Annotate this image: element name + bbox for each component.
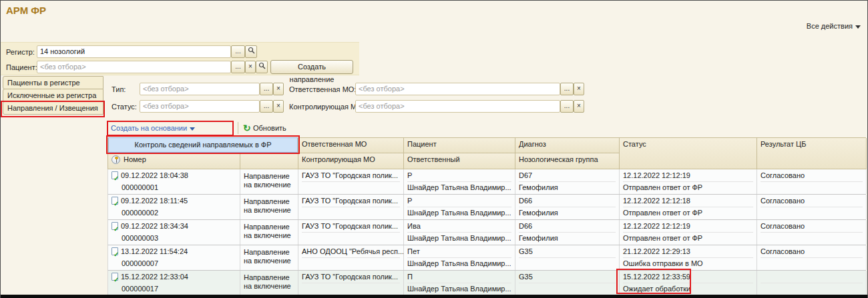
row-number: 000000007 [112, 258, 236, 270]
row-responsible-person: Шнайдер Татьяна Владимир... [407, 182, 511, 194]
refresh-button[interactable]: Обновить [253, 121, 286, 135]
row-nosology-group: Гемофилия [519, 182, 616, 194]
row-cb-result: Согласовано [761, 195, 863, 207]
header-diagnosis[interactable]: Диагноз [515, 138, 620, 153]
register-search-button[interactable] [245, 45, 257, 58]
document-approved-icon [112, 273, 118, 281]
row-patient: Пет [407, 245, 511, 258]
patient-search-button[interactable] [256, 61, 268, 73]
ellipsis-icon: ... [564, 102, 570, 109]
row-responsible-mo: АНО ОДООЦ "Ребячья респ... [302, 245, 400, 258]
row-date: 09.12.2022 18:11:45 [121, 197, 188, 205]
row-kind: Направление на включение [244, 220, 294, 240]
header-patient[interactable]: Пациент [404, 138, 515, 153]
all-actions-label: Все действия [807, 22, 853, 30]
header-nosology-group[interactable]: Нозологическая группа [515, 153, 620, 169]
clear-icon: × [248, 63, 252, 70]
row-responsible-mo: ГАУЗ ТО "Городская полик... [302, 220, 400, 233]
document-approved-icon [112, 222, 118, 230]
row-nosology-group: Гемофилия [519, 207, 616, 219]
row-responsible-mo: ГАУЗ ТО "Городская полик... [302, 169, 400, 182]
table-row[interactable]: 09.12.2022 18:04:38000000001 Направление… [107, 169, 866, 195]
controlling-mo-filter-input[interactable]: <без отбора> [355, 100, 560, 113]
create-based-on-label: Создать на основании [111, 124, 187, 132]
table-row[interactable]: 13.12.2022 11:54:24000000007 Направление… [107, 245, 866, 271]
row-status-text: Ошибка отправки в МО [623, 258, 753, 270]
row-cb-result: Согласовано [761, 245, 863, 258]
table-row[interactable]: 09.12.2022 18:11:45000000002 Направление… [107, 195, 866, 220]
row-patient: Ива [407, 220, 511, 233]
responsible-mo-ellipsis-button[interactable]: ... [560, 83, 574, 95]
tab-patients-in-register[interactable]: Пациенты в регистре [3, 76, 103, 89]
row-status-date: 12.12.2022 12:12:19 [623, 169, 753, 182]
header-responsible-person[interactable]: Ответственный [404, 153, 515, 169]
tab-excluded-from-register[interactable]: Исключенные из регистра [3, 89, 103, 102]
register-value: 14 нозологий [40, 47, 85, 55]
clear-icon: × [577, 85, 581, 92]
row-diagnosis: D66 [519, 195, 616, 207]
header-status[interactable]: Статус [620, 138, 757, 169]
row-status-date: 21.12.2022 12:29:13 [623, 245, 753, 258]
ellipsis-icon: ... [564, 85, 570, 92]
header-number[interactable]: Номер [108, 153, 240, 169]
status-clear-button[interactable]: × [273, 100, 284, 113]
arm-fr-window: АРМ ФР Все действия Регистр: 14 нозологи… [0, 0, 868, 298]
bottom-border [1, 295, 868, 298]
table-row[interactable]: 09.12.2022 18:34:34000000003 Направление… [107, 220, 866, 245]
type-filter-label: Тип: [112, 83, 126, 95]
register-input[interactable]: 14 нозологий [37, 45, 231, 58]
status-ellipsis-button[interactable]: ... [260, 100, 273, 113]
ellipsis-icon: ... [264, 85, 269, 92]
create-referral-button[interactable]: Создать направление [270, 60, 353, 74]
type-filter-input[interactable]: <без отбора> [140, 83, 260, 95]
header-controlling-mo[interactable]: Контролирующая МО [298, 153, 404, 169]
patient-clear-button[interactable]: × [245, 61, 256, 73]
header-number-label: Номер [124, 155, 146, 163]
row-responsible-person: Шнайдер Татьяна Владимир... [407, 207, 511, 219]
row-diagnosis: G35 [519, 271, 616, 283]
type-ellipsis-button[interactable]: ... [260, 83, 273, 95]
patient-input[interactable]: <без отбора> [37, 61, 231, 73]
header-cb-result[interactable]: Результат ЦБ [757, 138, 867, 169]
document-approved-icon [112, 171, 118, 179]
register-ellipsis-button[interactable]: ... [231, 45, 245, 58]
all-actions-button[interactable]: Все действия [807, 22, 861, 30]
clear-icon: × [276, 102, 280, 109]
row-cb-result: Согласовано [761, 169, 863, 182]
row-number: 000000002 [112, 207, 236, 219]
tab-referrals-notifications[interactable]: Направления / Извещения [3, 101, 103, 115]
responsible-mo-filter-input[interactable]: <без отбора> [355, 83, 560, 95]
row-number: 000000017 [112, 283, 236, 295]
responsible-mo-clear-button[interactable]: × [574, 83, 584, 95]
patient-ellipsis-button[interactable]: ... [231, 61, 245, 73]
row-kind: Направление на включение [244, 195, 294, 215]
row-nosology-group: Гемофилия [519, 233, 616, 245]
chevron-down-icon [855, 25, 861, 29]
controlling-mo-clear-button[interactable]: × [574, 100, 584, 113]
menu-item-control-of-data-sent-to-fr[interactable]: Контроль сведений направляемых в ФР [108, 137, 298, 153]
status-filter-label: Статус: [112, 101, 137, 113]
status-filter-input[interactable]: <без отбора> [140, 100, 260, 113]
ellipsis-icon: ... [235, 63, 240, 70]
patient-label: Пациент: [6, 61, 37, 73]
controlling-mo-ellipsis-button[interactable]: ... [560, 100, 574, 113]
row-responsible-person: Шнайдер Татьяна Владимир... [407, 233, 511, 245]
ellipsis-icon: ... [264, 102, 269, 109]
row-kind: Направление на включение [244, 169, 294, 189]
header-responsible-mo[interactable]: Ответственная МО [298, 138, 404, 153]
placeholder-text: <без отбора> [143, 102, 189, 110]
placeholder-text: <без отбора> [143, 85, 189, 93]
row-date: 13.12.2022 11:54:24 [121, 247, 188, 255]
row-nosology-group [519, 258, 616, 270]
table-row-current[interactable]: 15.12.2022 12:33:04000000017 Направление… [107, 271, 866, 296]
type-clear-button[interactable]: × [273, 83, 284, 95]
row-patient: П [407, 271, 511, 283]
row-status-date: 15.12.2022 12:33:59 [623, 271, 753, 283]
placeholder-text: <без отбора> [359, 85, 405, 93]
row-status-text: Отправлен ответ от ФР [623, 182, 753, 194]
create-based-on-button[interactable]: Создать на основании [111, 121, 195, 135]
period-filter-icon[interactable] [112, 155, 120, 164]
row-status-date: 12.12.2022 12:12:18 [623, 195, 753, 207]
row-number: 000000003 [112, 233, 236, 245]
row-diagnosis: D67 [519, 169, 616, 182]
